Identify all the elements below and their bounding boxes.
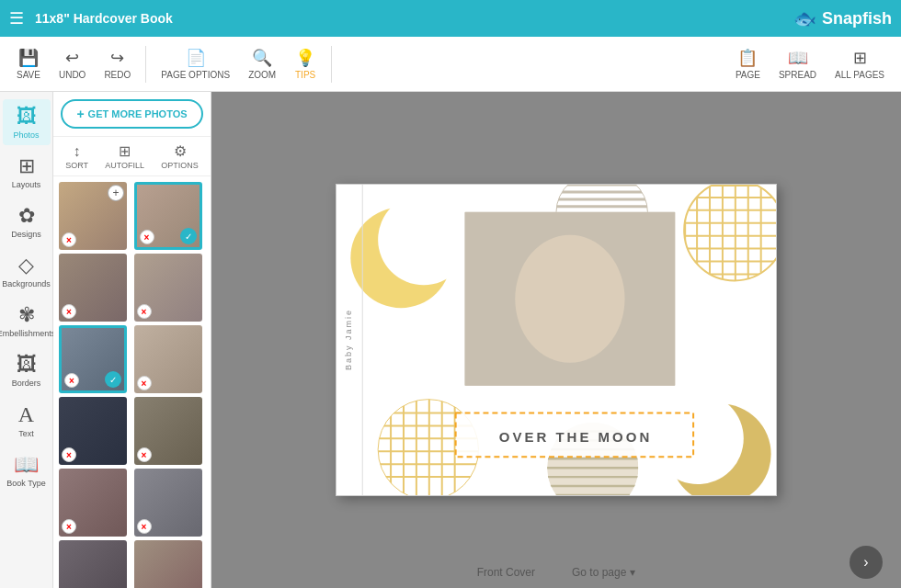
front-cover-label: Front Cover bbox=[477, 566, 535, 579]
divider-2 bbox=[331, 46, 332, 83]
photo-thumb[interactable]: × bbox=[59, 397, 127, 465]
add-to-page-button[interactable]: + bbox=[108, 185, 124, 201]
remove-photo-button[interactable]: × bbox=[64, 373, 79, 388]
canvas-footer: Front Cover Go to page ▾ bbox=[211, 566, 901, 579]
spine-text: Baby Jamie bbox=[344, 309, 353, 370]
photo-thumb[interactable]: ×✓ bbox=[134, 182, 202, 250]
svg-rect-3 bbox=[684, 185, 776, 285]
remove-photo-button[interactable]: × bbox=[137, 304, 152, 319]
photo-thumb[interactable]: × bbox=[134, 469, 202, 537]
layouts-icon: ⊞ bbox=[18, 154, 35, 178]
save-button[interactable]: 💾 SAVE bbox=[9, 44, 48, 84]
booktype-icon: 📖 bbox=[14, 453, 39, 477]
photo-thumb[interactable]: × bbox=[134, 325, 202, 393]
photo-selected-badge: ✓ bbox=[180, 228, 197, 244]
view-options: 📋 PAGE 📖 SPREAD ⊞ ALL PAGES bbox=[728, 44, 892, 84]
zoom-icon: 🔍 bbox=[252, 48, 272, 68]
tips-button[interactable]: 💡 TIPS bbox=[287, 44, 324, 84]
svg-rect-55 bbox=[465, 212, 676, 386]
book-page[interactable]: Baby Jamie OVER THE MOON bbox=[336, 184, 777, 496]
sidebar-item-layouts[interactable]: ⊞ Layouts bbox=[3, 149, 51, 195]
spread-icon: 📖 bbox=[788, 48, 808, 68]
svg-point-0 bbox=[350, 208, 450, 308]
photos-icon: 🖼 bbox=[17, 105, 37, 129]
svg-point-17 bbox=[684, 185, 776, 280]
svg-rect-56 bbox=[465, 212, 676, 386]
page-view-button[interactable]: 📋 PAGE bbox=[728, 44, 768, 84]
sidebar-item-backgrounds[interactable]: ◇ Backgrounds bbox=[3, 248, 51, 294]
sidebar-item-designs[interactable]: ✿ Designs bbox=[3, 198, 51, 244]
svg-point-19 bbox=[556, 185, 647, 254]
page-icon: 📋 bbox=[737, 48, 758, 68]
photo-thumb[interactable]: × bbox=[59, 540, 127, 588]
book-title-box[interactable]: OVER THE MOON bbox=[456, 414, 695, 458]
logo: 🐟 Snapfish bbox=[793, 7, 892, 29]
photo-panel: + GET MORE PHOTOS ↕ SORT ⊞ AUTOFILL ⚙ OP… bbox=[53, 92, 211, 588]
main-area: 🖼 Photos ⊞ Layouts ✿ Designs ◇ Backgroun… bbox=[0, 92, 901, 588]
page-options-icon: 📄 bbox=[186, 48, 206, 68]
menu-icon[interactable]: ☰ bbox=[9, 8, 24, 28]
remove-photo-button[interactable]: × bbox=[62, 519, 76, 534]
tips-icon: 💡 bbox=[295, 48, 315, 68]
get-more-photos-button[interactable]: + GET MORE PHOTOS bbox=[61, 99, 203, 129]
app-header: ☰ 11x8" Hardcover Book 🐟 Snapfish bbox=[0, 0, 901, 37]
designs-icon: ✿ bbox=[18, 204, 35, 228]
remove-photo-button[interactable]: × bbox=[62, 232, 76, 247]
zoom-button[interactable]: 🔍 ZOOM bbox=[241, 44, 283, 84]
photo-panel-header: + GET MORE PHOTOS bbox=[53, 92, 211, 137]
plus-icon: + bbox=[76, 107, 84, 121]
icon-sidebar: 🖼 Photos ⊞ Layouts ✿ Designs ◇ Backgroun… bbox=[0, 92, 53, 588]
book-title-text: OVER THE MOON bbox=[499, 429, 653, 445]
svg-point-18 bbox=[556, 185, 647, 254]
sidebar-item-text[interactable]: A Text bbox=[3, 397, 51, 444]
svg-point-2 bbox=[684, 185, 776, 280]
next-page-button[interactable]: › bbox=[850, 546, 883, 579]
photo-thumb[interactable]: × bbox=[59, 469, 127, 537]
backgrounds-icon: ◇ bbox=[18, 254, 34, 277]
book-title: 11x8" Hardcover Book bbox=[35, 11, 793, 26]
photo-thumb[interactable]: × bbox=[59, 254, 127, 322]
next-icon: › bbox=[863, 554, 868, 571]
book-canvas: Baby Jamie OVER THE MOON bbox=[336, 184, 777, 496]
borders-icon: 🖼 bbox=[17, 353, 37, 377]
redo-button[interactable]: ↪ REDO bbox=[97, 44, 138, 84]
autofill-button[interactable]: ⊞ AUTOFILL bbox=[105, 142, 144, 170]
sort-button[interactable]: ↕ SORT bbox=[65, 143, 88, 170]
page-options-button[interactable]: 📄 PAGE OPTIONS bbox=[154, 44, 237, 84]
logo-text: Snapfish bbox=[822, 9, 892, 28]
photo-thumb[interactable]: ×✓ bbox=[59, 325, 127, 393]
sidebar-item-embellishments[interactable]: ✾ Embellishments bbox=[3, 298, 51, 344]
remove-photo-button[interactable]: × bbox=[137, 447, 152, 462]
remove-photo-button[interactable]: × bbox=[62, 447, 76, 462]
photo-thumb[interactable]: × bbox=[134, 397, 202, 465]
fish-icon: 🐟 bbox=[793, 7, 816, 29]
remove-photo-button[interactable]: × bbox=[137, 376, 152, 390]
sidebar-item-photos[interactable]: 🖼 Photos bbox=[3, 99, 51, 145]
photo-selected-badge: ✓ bbox=[105, 371, 121, 388]
remove-photo-button[interactable]: × bbox=[140, 230, 154, 244]
canvas-area: Baby Jamie OVER THE MOON Front Cover Go … bbox=[211, 92, 901, 588]
text-icon: A bbox=[18, 402, 34, 427]
all-pages-button[interactable]: ⊞ ALL PAGES bbox=[827, 44, 892, 84]
svg-point-57 bbox=[515, 235, 624, 363]
embellishments-icon: ✾ bbox=[18, 303, 35, 327]
undo-icon: ↩ bbox=[65, 48, 79, 68]
chevron-down-icon: ▾ bbox=[630, 566, 635, 579]
toolbar: 💾 SAVE ↩ UNDO ↪ REDO 📄 PAGE OPTIONS 🔍 ZO… bbox=[0, 37, 901, 92]
sidebar-item-booktype[interactable]: 📖 Book Type bbox=[3, 447, 51, 493]
divider-1 bbox=[145, 46, 146, 83]
undo-button[interactable]: ↩ UNDO bbox=[51, 44, 93, 84]
remove-photo-button[interactable]: × bbox=[137, 519, 152, 534]
photo-thumb[interactable]: +× bbox=[59, 182, 127, 250]
spread-view-button[interactable]: 📖 SPREAD bbox=[771, 44, 824, 84]
remove-photo-button[interactable]: × bbox=[62, 304, 76, 319]
photo-thumb[interactable]: × bbox=[134, 540, 202, 588]
photo-sort-bar: ↕ SORT ⊞ AUTOFILL ⚙ OPTIONS bbox=[53, 137, 211, 176]
options-button[interactable]: ⚙ OPTIONS bbox=[161, 142, 199, 170]
autofill-icon: ⊞ bbox=[119, 142, 131, 160]
photo-thumb[interactable]: × bbox=[134, 254, 202, 322]
go-to-page-button[interactable]: Go to page ▾ bbox=[572, 566, 635, 579]
photo-grid: +××✓×××✓××××××× bbox=[53, 176, 211, 588]
sidebar-item-borders[interactable]: 🖼 Borders bbox=[3, 347, 51, 393]
redo-icon: ↪ bbox=[110, 48, 124, 68]
